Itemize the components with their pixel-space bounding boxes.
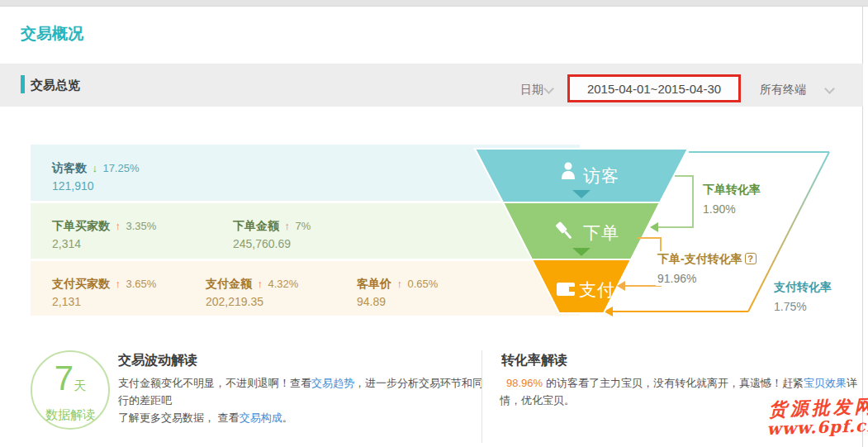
text: 详: [847, 377, 857, 389]
site-watermark: 货源批发网 www.6pf.cn: [766, 396, 868, 440]
badge-unit: 天: [74, 378, 86, 392]
text: ，进一步分析交易环节和同: [354, 377, 483, 389]
conversion-label-text: 下单-支付转化率: [657, 252, 742, 265]
funnel-stage-label: 下单: [583, 223, 619, 242]
help-icon[interactable]: ?: [745, 253, 757, 264]
date-range-picker[interactable]: 2015-04-01~2015-04-30: [567, 74, 741, 102]
metric-change: 7%: [295, 220, 311, 232]
conversion-insight-line1: 98.96%的访客看了主力宝贝，没有转化就离开，真遗憾！赶紧宝贝效果详: [500, 374, 857, 392]
date-range-value: 2015-04-01~2015-04-30: [587, 82, 721, 96]
metric-value: 2,131: [52, 295, 156, 308]
text: 的访客看了主力宝贝，没有转化就离开，真遗憾！赶紧: [546, 377, 804, 389]
order-conversion-rate: 下单转化率 1.90%: [703, 183, 761, 216]
badge-caption: 数据解读: [32, 407, 108, 423]
order-amount-metric: 下单金额 ↑ 7% 245,760.69: [233, 218, 311, 250]
pay-amount-metric: 支付金额 ↑ 4.32% 202,219.35: [206, 276, 298, 308]
text: 了解更多交易数据， 查看: [118, 411, 240, 424]
metric-value: 245,760.69: [233, 237, 311, 250]
increase-arrow-icon: ↑: [284, 220, 290, 232]
browser-top-strip: [0, 0, 868, 7]
metric-value: 94.89: [357, 295, 438, 308]
metric-label: 访客数: [52, 161, 87, 174]
metric-change: 17.25%: [102, 162, 139, 174]
trade-insight-title: 交易波动解读: [118, 352, 197, 369]
text: 。: [282, 411, 293, 424]
conversion-insight-line2: 情，优化宝贝。: [500, 392, 575, 409]
metric-label: 支付金额: [206, 277, 252, 290]
metric-label: 下单金额: [233, 219, 279, 232]
conversion-label: 下单转化率: [703, 183, 761, 197]
trade-composition-link[interactable]: 交易构成: [240, 411, 282, 424]
terminal-filter-dropdown[interactable]: 所有终端: [760, 83, 806, 97]
metric-label: 客单价: [357, 277, 391, 290]
decrease-arrow-icon: ↓: [92, 162, 97, 174]
metric-change: 3.35%: [126, 220, 156, 232]
trade-insight-line3: 了解更多交易数据， 查看交易构成。: [118, 409, 293, 426]
increase-arrow-icon: ↑: [115, 278, 121, 290]
data-insight-badge: 7天 数据解读: [31, 350, 110, 430]
avg-price-metric: 客单价 ↑ 0.65% 94.89: [357, 276, 438, 308]
badge-days: 7天: [32, 359, 108, 406]
conversion-value: 1.75%: [774, 300, 832, 313]
conversion-insight-title: 转化率解读: [501, 352, 567, 369]
metric-change: 3.65%: [126, 278, 156, 290]
section-accent-bar: [21, 75, 25, 93]
conversion-label: 下单-支付转化率?: [657, 252, 757, 267]
metric-label: 支付买家数: [52, 277, 110, 290]
metric-change: 0.65%: [407, 278, 438, 290]
order-buyers-metric: 下单买家数 ↑ 3.35% 2,314: [52, 218, 156, 250]
visitors-metric: 访客数 ↓ 17.25% 121,910: [52, 160, 140, 193]
text: 支付金额变化不明显，不进则退啊！查看: [118, 377, 311, 389]
arrow-left-icon: [650, 222, 658, 232]
section-title: 交易总览: [31, 78, 80, 93]
metric-value: 121,910: [52, 179, 140, 193]
metric-value: 202,219.35: [206, 295, 298, 308]
trade-insight-line1: 支付金额变化不明显，不进则退啊！查看交易趋势，进一步分析交易环节和同: [118, 374, 483, 392]
metric-change: 4.32%: [268, 278, 298, 290]
metric-label: 下单买家数: [52, 219, 110, 232]
column-divider: [481, 350, 482, 443]
badge-number: 7: [55, 359, 74, 397]
trade-insight-line2: 行的差距吧: [118, 392, 172, 409]
watermark-url: www.6pf.cn: [766, 416, 868, 440]
funnel-stage-label: 支付: [579, 280, 615, 299]
item-effect-link[interactable]: 宝贝效果: [804, 377, 847, 389]
conversion-value: 1.90%: [703, 202, 761, 216]
metric-value: 2,314: [52, 237, 156, 250]
page-title: 交易概况: [21, 23, 83, 45]
conversion-label: 支付转化率: [774, 280, 832, 295]
date-dropdown-label[interactable]: 日期: [520, 83, 543, 97]
increase-arrow-icon: ↑: [115, 220, 121, 232]
increase-arrow-icon: ↑: [396, 278, 402, 290]
pay-conversion-rate: 支付转化率 1.75%: [774, 280, 832, 313]
funnel-stage-label: 访客: [583, 166, 619, 185]
bounce-rate-highlight: 98.96%: [506, 377, 543, 389]
pay-buyers-metric: 支付买家数 ↑ 3.65% 2,131: [52, 276, 156, 308]
pay-wallet-icon: [557, 283, 575, 296]
increase-arrow-icon: ↑: [257, 278, 263, 290]
order-pay-conversion-rate: 下单-支付转化率? 91.96%: [656, 251, 758, 286]
trade-trend-link[interactable]: 交易趋势: [311, 377, 354, 389]
conversion-value: 91.96%: [657, 272, 757, 285]
